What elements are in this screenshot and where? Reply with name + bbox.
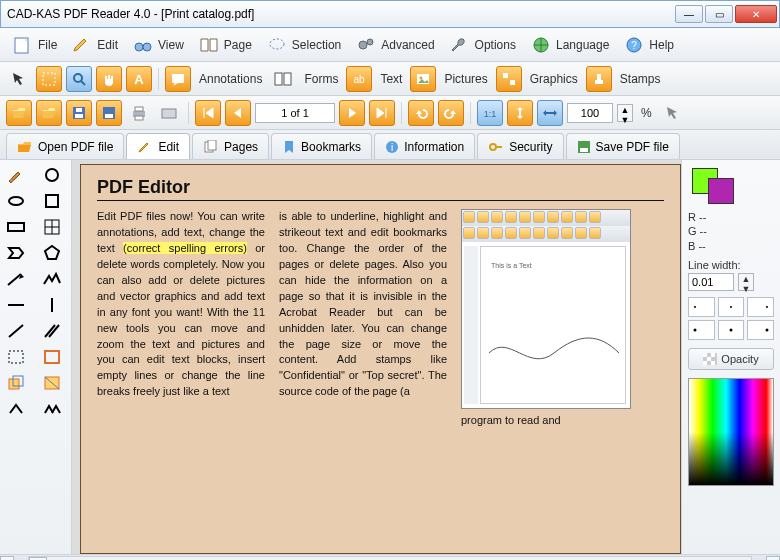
linestyle-2[interactable] (718, 297, 745, 317)
linewidth-spinner[interactable]: ▲▼ (738, 273, 754, 291)
pictures-button[interactable] (410, 66, 436, 92)
menu-selection[interactable]: Selection (260, 33, 347, 57)
text-tool-button[interactable]: A (126, 66, 152, 92)
menu-advanced[interactable]: Advanced (349, 33, 440, 57)
linestyle-1[interactable] (688, 297, 715, 317)
linestyle-6[interactable] (747, 320, 774, 340)
chevron-tool[interactable] (2, 242, 30, 264)
svg-point-63 (694, 328, 697, 331)
linestyle-5[interactable] (718, 320, 745, 340)
arrow-tool-button[interactable] (6, 66, 32, 92)
linewidth-input[interactable] (688, 273, 734, 291)
globe-icon (530, 35, 552, 55)
close-button[interactable]: ✕ (735, 5, 777, 23)
select-solid-tool[interactable] (38, 346, 66, 368)
annotations-button[interactable] (165, 66, 191, 92)
page-input[interactable] (255, 103, 335, 123)
menu-selection-label: Selection (292, 38, 341, 52)
select-dashed-tool[interactable] (2, 346, 30, 368)
menu-file[interactable]: File (6, 33, 63, 57)
menu-page-label: Page (224, 38, 252, 52)
scroll-left-button[interactable]: ◂ (0, 556, 14, 561)
fit-page-button[interactable]: 1:1 (477, 100, 503, 126)
first-page-button[interactable] (195, 100, 221, 126)
open-button[interactable] (6, 100, 32, 126)
horizontal-scrollbar[interactable]: ◂ ▸ (0, 554, 780, 560)
cursor-button[interactable] (660, 100, 686, 126)
tab-information[interactable]: iInformation (374, 133, 475, 159)
next-page-button[interactable] (339, 100, 365, 126)
brush-tool[interactable] (2, 164, 30, 186)
print-button[interactable] (126, 100, 152, 126)
save-button[interactable] (66, 100, 92, 126)
scan-button[interactable] (156, 100, 182, 126)
rect-tool[interactable] (2, 216, 30, 238)
tab-save[interactable]: Save PDF file (566, 133, 680, 159)
zoom-tool-button[interactable] (66, 66, 92, 92)
transform1-tool[interactable] (2, 372, 30, 394)
menu-advanced-label: Advanced (381, 38, 434, 52)
polygon-tool[interactable] (38, 242, 66, 264)
last-page-button[interactable] (369, 100, 395, 126)
menu-edit[interactable]: Edit (65, 33, 124, 57)
stamps-button[interactable] (586, 66, 612, 92)
grid-tool[interactable] (38, 216, 66, 238)
arrow-tool[interactable] (2, 268, 30, 290)
marquee-tool-button[interactable] (36, 66, 62, 92)
opacity-button[interactable]: Opacity (688, 348, 774, 370)
text-button[interactable]: ab (346, 66, 372, 92)
scroll-thumb[interactable] (29, 557, 47, 561)
document-page: PDF Editor Edit PDF files now! You can w… (80, 164, 681, 554)
forms-button[interactable] (270, 66, 296, 92)
zoom-percent-label: % (637, 106, 656, 120)
square-tool[interactable] (38, 190, 66, 212)
menu-help[interactable]: ?Help (617, 33, 680, 57)
color-swatches[interactable] (688, 166, 774, 206)
fit-width-button[interactable] (537, 100, 563, 126)
svg-text:i: i (391, 142, 393, 153)
graphics-button[interactable] (496, 66, 522, 92)
svg-rect-56 (9, 379, 19, 389)
zoom-spinner[interactable]: ▲▼ (617, 104, 633, 122)
fit-height-button[interactable] (507, 100, 533, 126)
menu-page[interactable]: Page (192, 33, 258, 57)
menu-language[interactable]: Language (524, 33, 615, 57)
document-viewport[interactable]: PDF Editor Edit PDF files now! You can w… (72, 160, 682, 554)
tab-edit[interactable]: Edit (126, 133, 190, 159)
linestyle-4[interactable] (688, 320, 715, 340)
parallel-tool[interactable] (38, 320, 66, 342)
transform2-tool[interactable] (38, 372, 66, 394)
tab-pages[interactable]: Pages (192, 133, 269, 159)
svg-text:A: A (134, 72, 144, 87)
redo-button[interactable] (438, 100, 464, 126)
menu-view[interactable]: View (126, 33, 190, 57)
menu-options[interactable]: Options (443, 33, 522, 57)
diag-tool[interactable] (2, 320, 30, 342)
minimize-button[interactable]: — (675, 5, 703, 23)
linestyle-3[interactable] (747, 297, 774, 317)
vline-tool[interactable] (38, 294, 66, 316)
undo-button[interactable] (408, 100, 434, 126)
save2-button[interactable] (96, 100, 122, 126)
tab-bookmarks[interactable]: Bookmarks (271, 133, 372, 159)
maximize-button[interactable]: ▭ (705, 5, 733, 23)
color-picker[interactable] (688, 378, 774, 486)
zigzag-tool[interactable] (38, 268, 66, 290)
circle-tool[interactable] (38, 164, 66, 186)
tab-open[interactable]: Open PDF file (6, 133, 124, 159)
background-swatch[interactable] (708, 178, 734, 204)
scroll-right-button[interactable]: ▸ (766, 556, 780, 561)
hand-tool-button[interactable] (96, 66, 122, 92)
pages-icon (203, 140, 219, 154)
zoom-input[interactable] (567, 103, 613, 123)
scroll-track[interactable] (28, 556, 752, 561)
prev-page-button[interactable] (225, 100, 251, 126)
double-caret-tool[interactable] (38, 398, 66, 420)
titlebar: CAD-KAS PDF Reader 4.0 - [Print catalog.… (0, 0, 780, 28)
svg-rect-27 (105, 114, 113, 118)
tab-security[interactable]: Security (477, 133, 563, 159)
caret-up-tool[interactable] (2, 398, 30, 420)
ellipse-tool[interactable] (2, 190, 30, 212)
open2-button[interactable] (36, 100, 62, 126)
hline-tool[interactable] (2, 294, 30, 316)
